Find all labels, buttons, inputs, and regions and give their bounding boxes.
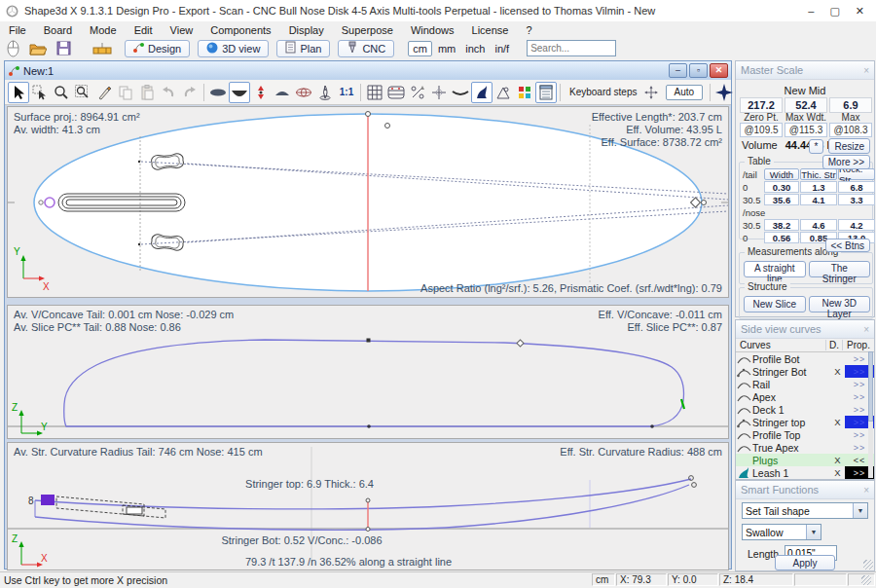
- design-view-button[interactable]: Design: [125, 40, 190, 57]
- colors-icon[interactable]: [514, 82, 535, 103]
- mdi-maximize-button[interactable]: ▫: [689, 63, 708, 78]
- menu-windows[interactable]: Windows: [402, 23, 463, 37]
- tail-shape-select[interactable]: Swallow ▼: [742, 524, 821, 540]
- new-3d-layer-button[interactable]: New 3D Layer: [809, 296, 871, 312]
- mouse-tool-icon[interactable]: [0, 39, 25, 58]
- width-value[interactable]: 52.4: [785, 97, 827, 113]
- curve-row[interactable]: Profile Top>>: [736, 428, 874, 441]
- curve-row[interactable]: PlugsX<<: [736, 454, 874, 466]
- curve-row[interactable]: Leash 1X>>: [736, 466, 874, 479]
- resize-button[interactable]: Resize: [828, 138, 870, 154]
- curves-column-header[interactable]: Curves: [736, 340, 826, 350]
- curve-display-flag[interactable]: X: [830, 417, 845, 427]
- zoom-tool-icon[interactable]: [51, 82, 72, 103]
- table-cell[interactable]: 38.2: [764, 219, 799, 231]
- mdi-minimize-button[interactable]: –: [669, 63, 687, 78]
- table-cell[interactable]: 4.1: [800, 194, 837, 205]
- minimize-button[interactable]: –: [808, 5, 814, 18]
- smart-functions-titlebar[interactable]: Smart Functions ×: [736, 481, 874, 499]
- one-to-one-icon[interactable]: 1:1: [336, 82, 357, 103]
- measure-tool-icon[interactable]: [90, 39, 115, 58]
- menu-components[interactable]: Components: [201, 23, 279, 37]
- fin-tool-icon[interactable]: [471, 82, 493, 103]
- freehand-tool-icon[interactable]: [93, 82, 115, 103]
- mdi-close-button[interactable]: ✕: [710, 63, 728, 78]
- table-cell[interactable]: 3.3: [838, 194, 875, 205]
- thickness-view-icon[interactable]: [250, 82, 272, 103]
- menu-license[interactable]: License: [463, 23, 518, 37]
- window-resize-grip[interactable]: [861, 575, 871, 585]
- table-cell[interactable]: 35.6: [764, 194, 799, 205]
- flat-curve-icon[interactable]: [450, 82, 471, 103]
- curve-display-flag[interactable]: X: [830, 366, 845, 377]
- apply-button[interactable]: Apply: [775, 555, 835, 570]
- search-input[interactable]: [527, 40, 616, 56]
- copy-icon[interactable]: [115, 82, 136, 103]
- paste-icon[interactable]: [136, 82, 158, 103]
- side-view-canvas[interactable]: 8 Z X Av. Str. Curvature Radius Tail: 74…: [7, 442, 729, 570]
- slices-panel-icon[interactable]: [385, 82, 407, 103]
- menu-file[interactable]: File: [0, 23, 35, 37]
- close-icon[interactable]: ×: [863, 65, 869, 76]
- menu-board[interactable]: Board: [35, 23, 81, 37]
- menu-superpose[interactable]: Superpose: [333, 23, 402, 37]
- slice-view-canvas[interactable]: Z Y Av. V/Concave Tail: 0.001 cm Nose: -…: [7, 305, 729, 439]
- stringer-button[interactable]: The Stringer: [809, 261, 871, 277]
- flow-star-icon[interactable]: [713, 82, 735, 103]
- table-cell[interactable]: 0.56: [764, 232, 799, 243]
- curves-scrollbar[interactable]: [868, 351, 873, 478]
- unit-cm[interactable]: cm: [408, 41, 432, 56]
- max-thck-position[interactable]: @108.3: [829, 123, 872, 137]
- table-cell[interactable]: 1.3: [800, 181, 837, 193]
- curve-row[interactable]: Rail>>: [736, 378, 874, 390]
- btns-button[interactable]: << Btns: [825, 239, 870, 252]
- menu-mode[interactable]: Mode: [81, 23, 126, 37]
- move-steps-icon[interactable]: [640, 82, 662, 103]
- thickness-value[interactable]: 6.9: [829, 97, 872, 113]
- new-slice-button[interactable]: New Slice: [744, 296, 806, 312]
- side-view-curves-titlebar[interactable]: Side view curves ×: [736, 320, 874, 339]
- maximize-button[interactable]: ▢: [829, 5, 839, 18]
- redo-icon[interactable]: [179, 82, 201, 103]
- pointer-box-tool-icon[interactable]: [29, 82, 51, 103]
- zoom-region-tool-icon[interactable]: [72, 82, 93, 103]
- thickness-column-header[interactable]: Thic. Str: [800, 168, 837, 180]
- function-select[interactable]: Set Tail shape ▼: [742, 502, 868, 519]
- cnc-view-button[interactable]: CNC: [338, 40, 394, 57]
- close-icon[interactable]: ×: [863, 324, 869, 335]
- max-wdt-position[interactable]: @115.3: [785, 123, 827, 137]
- angle-gauge-icon[interactable]: [493, 82, 514, 103]
- table-cell[interactable]: 0.30: [764, 181, 799, 193]
- curve-row[interactable]: Stringer topX>>: [736, 416, 874, 428]
- curve-row[interactable]: Deck 1>>: [736, 403, 874, 416]
- open-folder-icon[interactable]: [25, 39, 51, 58]
- menu-view[interactable]: View: [162, 23, 202, 37]
- more-button[interactable]: More >>: [822, 155, 870, 169]
- length-value[interactable]: 217.2: [740, 97, 783, 113]
- zero-pt-position[interactable]: @109.5: [740, 123, 783, 137]
- menu-help[interactable]: ?: [517, 23, 540, 37]
- unit-mm[interactable]: mm: [434, 42, 459, 55]
- curve-display-flag[interactable]: X: [830, 467, 845, 478]
- chevron-down-icon[interactable]: ▼: [853, 503, 867, 518]
- crosshair-icon[interactable]: [428, 82, 450, 103]
- close-button[interactable]: ✕: [856, 5, 864, 18]
- outline-view-icon[interactable]: [207, 82, 229, 103]
- perspective-view-icon[interactable]: [314, 82, 336, 103]
- rocker-view-icon[interactable]: [229, 82, 250, 103]
- percent-measure-icon[interactable]: [407, 82, 428, 103]
- menu-edit[interactable]: Edit: [126, 23, 162, 37]
- table-cell[interactable]: 6.8: [838, 181, 875, 193]
- scrollbar-thumb[interactable]: [868, 351, 873, 422]
- unit-inch[interactable]: inch: [461, 42, 489, 55]
- master-scale-titlebar[interactable]: Master Scale ×: [736, 61, 874, 80]
- save-icon[interactable]: [51, 39, 76, 58]
- width-column-header[interactable]: Width: [764, 168, 799, 180]
- curve-display-flag[interactable]: X: [830, 455, 845, 465]
- display-column-header[interactable]: D.: [826, 340, 843, 350]
- plan-view-button[interactable]: Plan: [276, 40, 330, 57]
- resize-grip[interactable]: [863, 560, 873, 570]
- auto-button[interactable]: Auto: [666, 85, 704, 100]
- chevron-down-icon[interactable]: ▼: [806, 525, 821, 539]
- slice-view-icon[interactable]: [293, 82, 314, 103]
